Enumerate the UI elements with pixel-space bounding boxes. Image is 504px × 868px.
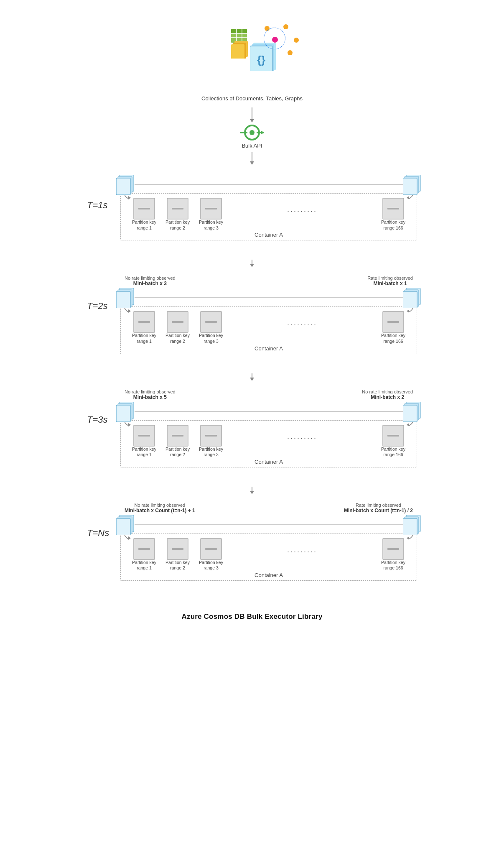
time-content-4: No rate limiting observed Mini-batch x C… (120, 503, 417, 583)
container-label-1: Container A (255, 232, 283, 238)
svg-rect-65 (387, 435, 399, 437)
time-section-3: T=3s No rate limiting observed Mini-batc… (87, 389, 417, 483)
svg-rect-63 (205, 435, 217, 437)
container-area-3: Partition keyrange 1 Partition keyrange … (120, 420, 417, 467)
svg-rect-33 (387, 208, 399, 209)
time-section-1: T=1s (87, 175, 417, 255)
svg-rect-68 (116, 518, 130, 535)
dots-ellipsis-1: ......... (228, 311, 377, 327)
top-connector-line-4 (135, 524, 403, 525)
time-label-1: T=1s (87, 175, 120, 211)
partition-box-2-1: Partition keyrange 1 (127, 425, 161, 458)
svg-rect-36 (116, 291, 130, 308)
time-label-4: T=Ns (87, 503, 120, 539)
svg-rect-61 (172, 435, 183, 437)
time-section-2: T=2s No rate limiting observed Mini-batc… (87, 276, 417, 369)
svg-rect-39 (403, 291, 417, 308)
svg-rect-59 (138, 435, 150, 437)
svg-rect-55 (403, 405, 417, 422)
partition-box-2-3: Partition keyrange 3 (194, 425, 228, 458)
right-doc-stack-2 (403, 288, 421, 310)
time-row-1: T=1s (87, 175, 417, 243)
partition-box-1-4: Partition keyrange 166 (377, 311, 410, 344)
svg-rect-47 (205, 321, 217, 323)
svg-rect-77 (172, 548, 183, 550)
right-doc-stack-1 (403, 175, 421, 197)
partitions-row-4: Partition keyrange 1 Partition keyrange … (127, 538, 410, 571)
svg-rect-31 (205, 208, 217, 209)
svg-rect-8 (231, 44, 244, 59)
partition-box-3-4: Partition keyrange 166 (377, 538, 410, 571)
svg-rect-79 (205, 548, 217, 550)
svg-text:{}: {} (257, 54, 265, 66)
right-doc-stack-4 (403, 515, 421, 537)
time-section-4: T=Ns No rate limiting observed Mini-batc… (87, 503, 417, 596)
mini-batch-row-4: No rate limiting observed Mini-batch x C… (120, 503, 417, 513)
time-content-2: No rate limiting observed Mini-batch x 3… (120, 276, 417, 356)
right-batch-info: No rate limiting observed Mini-batch x 2 (362, 389, 413, 400)
left-doc-stack-4 (116, 515, 135, 537)
svg-point-14 (249, 130, 255, 135)
left-batch-info: No rate limiting observed Mini-batch x C… (125, 503, 195, 513)
dot-circle (264, 28, 285, 49)
top-connector-line-3 (135, 411, 403, 412)
partition-box-1-3: Partition keyrange 3 (194, 311, 228, 344)
top-connector-line-1 (135, 184, 403, 185)
orange-dot-4 (288, 50, 293, 55)
partition-box-3-3: Partition keyrange 3 (194, 538, 228, 571)
partition-box-0-3: Partition keyrange 3 (194, 198, 228, 231)
time-label-3: T=3s (87, 389, 120, 425)
top-illustration: {} (206, 17, 298, 92)
left-doc-stack-2 (116, 288, 135, 310)
mini-batch-row-3: No rate limiting observed Mini-batch x 5… (120, 389, 417, 400)
orange-dot-3 (294, 38, 299, 43)
bulk-api-section: Bulk API (240, 124, 264, 149)
svg-rect-45 (172, 321, 183, 323)
svg-rect-81 (387, 548, 399, 550)
time-content-3: No rate limiting observed Mini-batch x 5… (120, 389, 417, 470)
partition-box-2-4: Partition keyrange 166 (377, 425, 410, 458)
right-doc-stack-3 (403, 402, 421, 424)
bulk-api-icon (240, 124, 264, 141)
container-label-3: Container A (255, 459, 283, 465)
svg-rect-52 (116, 405, 130, 422)
arrow-to-bulk (250, 107, 254, 123)
partitions-row-1: Partition keyrange 1 Partition keyrange … (127, 198, 410, 231)
top-caption: Collections of Documents, Tables, Graphs (201, 95, 303, 102)
svg-rect-43 (138, 321, 150, 323)
svg-rect-27 (138, 208, 150, 209)
dots-ellipsis-0: ......... (228, 198, 377, 214)
top-connector-line-2 (135, 297, 403, 298)
orange-dot-2 (283, 24, 288, 29)
right-batch-info: Rate limiting observed Mini-batch x 1 (367, 276, 413, 286)
partition-box-1-1: Partition keyrange 1 (127, 311, 161, 344)
arrow-between-3-4 (87, 487, 417, 494)
svg-marker-17 (261, 130, 264, 135)
partitions-row-2: Partition keyrange 1 Partition keyrange … (127, 311, 410, 344)
partition-box-3-1: Partition keyrange 1 (127, 538, 161, 571)
container-area-4: Partition keyrange 1 Partition keyrange … (120, 534, 417, 581)
svg-rect-71 (403, 518, 417, 535)
svg-rect-29 (172, 208, 183, 209)
right-batch-info: Rate limiting observed Mini-batch x Coun… (344, 503, 413, 513)
svg-rect-75 (138, 548, 150, 550)
container-area-2: Partition keyrange 1 Partition keyrange … (120, 306, 417, 354)
partition-box-3-2: Partition keyrange 2 (161, 538, 194, 571)
left-batch-info: No rate limiting observed Mini-batch x 3 (125, 276, 176, 286)
partition-box-0-1: Partition keyrange 1 (127, 198, 161, 231)
left-doc-stack-3 (116, 402, 135, 424)
partition-box-1-2: Partition keyrange 2 (161, 311, 194, 344)
partition-box-2-2: Partition keyrange 2 (161, 425, 194, 458)
time-row-2: T=2s No rate limiting observed Mini-batc… (87, 276, 417, 356)
left-doc-stack-1 (116, 175, 135, 197)
arrow-between-1-2 (87, 260, 417, 267)
dots-ellipsis-3: ......... (228, 538, 377, 554)
container-area-1: Partition keyrange 1 Partition keyrange … (120, 193, 417, 240)
container-label-2: Container A (255, 345, 283, 352)
arrow-to-t1 (250, 152, 254, 165)
svg-rect-20 (116, 178, 130, 195)
bulk-api-label: Bulk API (242, 143, 262, 149)
svg-rect-49 (387, 321, 399, 323)
partitions-row-3: Partition keyrange 1 Partition keyrange … (127, 425, 410, 458)
svg-rect-23 (403, 178, 417, 195)
